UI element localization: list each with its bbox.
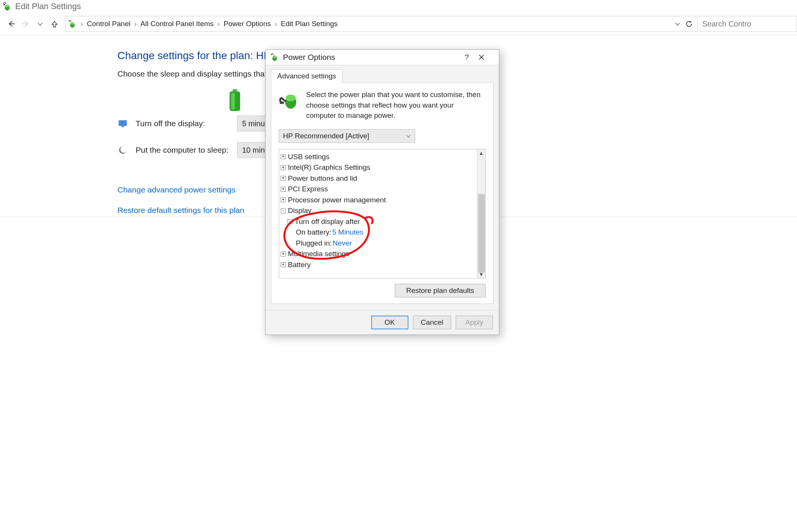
restore-plan-defaults-button[interactable]: Restore plan defaults [395,284,486,297]
up-button[interactable] [48,17,61,31]
svg-rect-2 [3,4,5,5]
cancel-button[interactable]: Cancel [413,316,451,329]
breadcrumb-separator[interactable]: › [272,20,279,28]
turn-off-display-label: Turn off the display: [136,119,230,128]
plan-select[interactable]: HP Recommended [Active] [279,129,415,143]
apply-button[interactable]: Apply [456,316,493,329]
close-button[interactable] [478,54,494,60]
address-icon [68,19,77,28]
window-title: Edit Plan Settings [15,2,81,11]
svg-point-6 [70,22,75,25]
tree-item-usb[interactable]: +USB settings [281,152,475,163]
forward-button[interactable] [19,17,33,31]
tree-item-pci-express[interactable]: +PCI Express [281,184,475,195]
tree-item-intel-graphics[interactable]: +Intel(R) Graphics Settings [281,162,475,173]
svg-rect-11 [122,126,124,127]
address-bar[interactable]: › Control Panel › All Control Panel Item… [65,16,698,32]
tree-value-plugged-in[interactable]: Plugged in: Never [281,238,475,249]
panel-icon [279,89,299,121]
breadcrumb-item[interactable]: Power Options [223,20,271,28]
app-icon [2,2,12,11]
power-options-dialog: Power Options ? Advanced settings Sele [265,49,499,335]
tab-advanced-settings[interactable]: Advanced settings [271,69,342,83]
svg-rect-10 [119,120,127,126]
dialog-icon [270,53,279,62]
tree-item-power-buttons[interactable]: +Power buttons and lid [281,173,475,184]
breadcrumb-item[interactable]: All Control Panel Items [141,20,214,28]
tree-value-on-battery[interactable]: On battery: 5 Minutes [281,227,475,238]
svg-point-17 [286,95,296,102]
svg-point-13 [120,146,127,153]
tree-item-processor[interactable]: +Processor power management [281,195,475,206]
tree-item-multimedia[interactable]: +Multimedia settings [281,249,475,260]
breadcrumb-separator[interactable]: › [215,20,222,28]
settings-tree: +USB settings +Intel(R) Graphics Setting… [279,149,486,279]
scroll-thumb[interactable] [478,194,485,273]
svg-rect-7 [233,89,237,91]
help-button[interactable]: ? [459,53,475,62]
dialog-title-text: Power Options [283,53,335,62]
breadcrumb-separator[interactable]: › [132,20,139,28]
search-input[interactable]: Search Contro [699,16,797,32]
svg-point-15 [273,56,277,58]
svg-rect-9 [231,93,235,110]
refresh-button[interactable] [685,20,693,28]
ok-button[interactable]: OK [371,316,408,329]
dialog-titlebar[interactable]: Power Options ? [266,50,499,65]
tree-scrollbar[interactable]: ▲ ▼ [477,149,485,278]
search-placeholder: Search Contro [702,20,751,28]
svg-point-1 [5,5,9,8]
navigation-bar: › Control Panel › All Control Panel Item… [0,14,797,35]
scroll-up-icon[interactable]: ▲ [477,150,485,156]
window-title-bar: Edit Plan Settings [0,0,797,14]
dialog-button-row: OK Cancel Apply [266,310,499,335]
tree-item-battery[interactable]: +Battery [281,260,475,271]
svg-rect-18 [280,102,284,104]
moon-icon [117,145,128,155]
recent-dropdown[interactable] [33,17,47,31]
panel-intro-text: Select the power plan that you want to c… [306,89,486,121]
sleep-label: Put the computer to sleep: [136,146,230,155]
breadcrumb-item[interactable]: Control Panel [87,20,130,28]
back-button[interactable] [5,17,18,31]
chevron-down-icon [406,133,411,139]
display-icon [117,118,128,129]
breadcrumb-separator[interactable]: › [78,20,85,28]
address-dropdown-icon[interactable] [675,21,681,27]
scroll-down-icon[interactable]: ▼ [477,271,485,277]
tree-item-display[interactable]: -Display [281,205,475,216]
tree-item-turn-off-display[interactable]: -Turn off display after [281,216,475,227]
tab-panel: Select the power plan that you want to c… [271,82,494,304]
breadcrumb-item[interactable]: Edit Plan Settings [281,20,338,28]
